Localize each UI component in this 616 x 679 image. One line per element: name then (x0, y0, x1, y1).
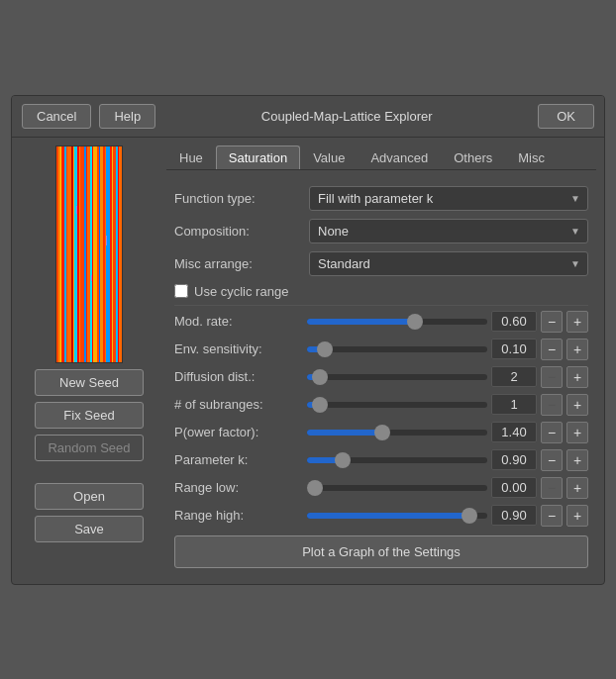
composition-dropdown-wrapper: None Linear Quadratic (309, 219, 588, 243)
svg-rect-4 (64, 146, 66, 363)
cyclic-range-row: Use cyclic range (166, 280, 596, 303)
mod-rate-slider[interactable] (307, 319, 487, 325)
tab-others[interactable]: Others (441, 146, 505, 169)
svg-rect-24 (106, 146, 110, 363)
num-subranges-value[interactable] (491, 394, 537, 415)
svg-rect-12 (80, 146, 84, 363)
parameter-k-row: Parameter k: − + (166, 446, 596, 474)
function-type-label: Function type: (174, 191, 303, 206)
diffusion-dist-increase[interactable]: + (566, 366, 588, 388)
tab-advanced[interactable]: Advanced (358, 146, 441, 169)
main-content: New Seed Fix Seed Random Seed Open Save … (12, 138, 604, 584)
preview-svg (56, 146, 123, 363)
window-title: Coupled-Map-Lattice Explorer (155, 109, 538, 124)
new-seed-button[interactable]: New Seed (35, 369, 144, 396)
mod-rate-value[interactable] (491, 311, 537, 332)
diffusion-dist-decrease[interactable]: − (541, 366, 563, 388)
svg-rect-30 (119, 146, 123, 363)
tab-value[interactable]: Value (300, 146, 358, 169)
range-low-slider[interactable] (307, 485, 487, 491)
power-factor-decrease[interactable]: − (541, 422, 563, 443)
range-low-row: Range low: − + (166, 474, 596, 502)
svg-rect-7 (71, 146, 73, 363)
svg-rect-21 (100, 146, 103, 363)
svg-rect-26 (112, 146, 113, 363)
help-button[interactable]: Help (99, 104, 155, 129)
range-low-increase[interactable]: + (566, 477, 588, 499)
mod-rate-decrease[interactable]: − (541, 311, 563, 333)
title-bar: Cancel Help Coupled-Map-Lattice Explorer… (12, 96, 604, 138)
svg-rect-14 (86, 146, 87, 363)
svg-rect-10 (77, 146, 79, 363)
svg-rect-33 (106, 236, 107, 245)
svg-rect-3 (61, 146, 64, 363)
env-sensitivity-label: Env. sensitivity: (174, 341, 303, 356)
svg-rect-19 (97, 146, 99, 363)
env-sensitivity-row: Env. sensitivity: − + (166, 336, 596, 363)
svg-rect-28 (116, 146, 118, 363)
svg-rect-13 (84, 146, 86, 363)
power-factor-value[interactable] (491, 422, 537, 442)
env-sensitivity-increase[interactable]: + (566, 339, 588, 360)
tab-hue[interactable]: Hue (166, 146, 216, 169)
range-high-row: Range high: − + (166, 502, 596, 530)
svg-rect-22 (103, 146, 105, 363)
open-button[interactable]: Open (35, 483, 144, 510)
cyclic-range-checkbox[interactable] (174, 284, 188, 298)
power-factor-slider[interactable] (307, 430, 487, 436)
mod-rate-label: Mod. rate: (174, 314, 303, 329)
range-high-slider[interactable] (307, 513, 487, 519)
env-sensitivity-slider[interactable] (307, 346, 487, 352)
range-high-increase[interactable]: + (566, 505, 588, 527)
function-type-select[interactable]: Fill with parameter k Logistic Sine Tent (309, 186, 588, 211)
mod-rate-row: Mod. rate: − + (166, 308, 596, 336)
num-subranges-increase[interactable]: + (566, 394, 588, 416)
cyclic-range-label: Use cyclic range (194, 284, 288, 299)
ok-button[interactable]: OK (538, 104, 594, 129)
misc-arrange-label: Misc arrange: (174, 256, 303, 271)
fix-seed-button[interactable]: Fix Seed (35, 402, 144, 429)
power-factor-increase[interactable]: + (566, 422, 588, 443)
composition-row: Composition: None Linear Quadratic (166, 215, 596, 247)
misc-arrange-dropdown-wrapper: Standard Random Sorted (309, 251, 588, 276)
diffusion-dist-value[interactable] (491, 366, 537, 387)
svg-rect-27 (113, 146, 116, 363)
misc-arrange-select[interactable]: Standard Random Sorted (309, 251, 588, 276)
save-button[interactable]: Save (35, 516, 144, 542)
num-subranges-decrease[interactable]: − (541, 394, 563, 416)
env-sensitivity-value[interactable] (491, 339, 537, 359)
svg-rect-29 (118, 146, 119, 363)
plot-button[interactable]: Plot a Graph of the Settings (174, 535, 588, 568)
parameter-k-value[interactable] (491, 449, 537, 470)
svg-rect-6 (67, 146, 71, 363)
range-low-decrease[interactable]: − (541, 477, 563, 499)
power-factor-label: P(ower factor): (174, 425, 303, 439)
range-high-value[interactable] (491, 505, 537, 526)
diffusion-dist-label: Diffusion dist.: (174, 369, 303, 384)
env-sensitivity-decrease[interactable]: − (541, 339, 563, 360)
right-panel: Hue Saturation Value Advanced Others Mis… (166, 146, 596, 576)
num-subranges-label: # of subranges: (174, 397, 303, 412)
misc-arrange-row: Misc arrange: Standard Random Sorted (166, 247, 596, 280)
num-subranges-row: # of subranges: − + (166, 391, 596, 419)
function-type-row: Function type: Fill with parameter k Log… (166, 182, 596, 215)
tab-saturation[interactable]: Saturation (216, 146, 300, 169)
parameter-k-slider[interactable] (307, 457, 487, 463)
tabs-bar: Hue Saturation Value Advanced Others Mis… (166, 146, 596, 170)
composition-select[interactable]: None Linear Quadratic (309, 219, 588, 243)
range-high-decrease[interactable]: − (541, 505, 563, 527)
svg-rect-1 (58, 146, 60, 363)
svg-rect-17 (92, 146, 93, 363)
tab-misc[interactable]: Misc (505, 146, 558, 169)
preview-image (55, 146, 123, 363)
svg-rect-9 (74, 146, 77, 363)
svg-rect-5 (66, 146, 67, 363)
diffusion-dist-slider[interactable] (307, 374, 487, 380)
cancel-button[interactable]: Cancel (22, 104, 91, 129)
parameter-k-increase[interactable]: + (566, 449, 588, 471)
random-seed-button[interactable]: Random Seed (35, 435, 144, 461)
num-subranges-slider[interactable] (307, 402, 487, 408)
range-low-value[interactable] (491, 477, 537, 498)
mod-rate-increase[interactable]: + (566, 311, 588, 333)
parameter-k-decrease[interactable]: − (541, 449, 563, 471)
